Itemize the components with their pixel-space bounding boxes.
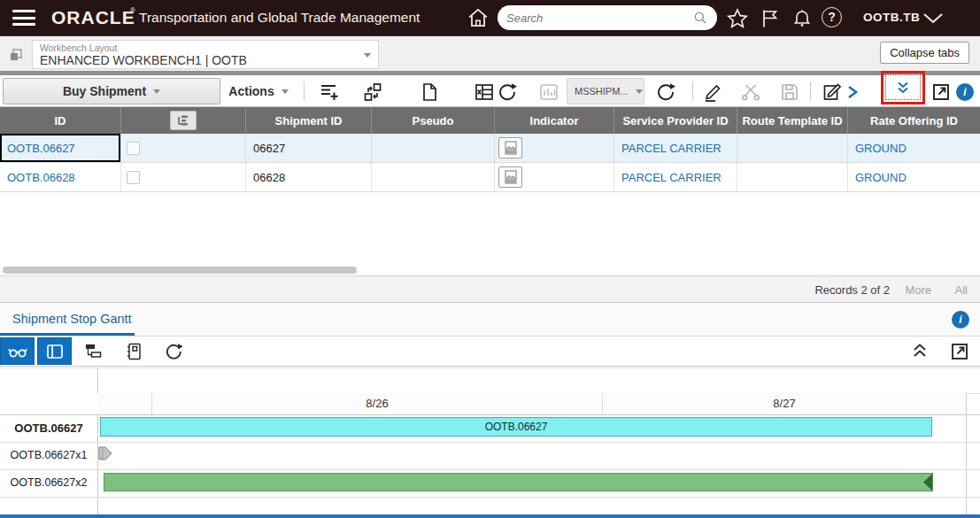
column-header-indicator[interactable]: Indicator xyxy=(495,107,614,134)
flag-icon[interactable] xyxy=(760,8,781,29)
indicator-document-icon[interactable] xyxy=(498,137,522,158)
horizontal-scrollbar-thumb[interactable] xyxy=(3,267,357,274)
help-icon[interactable]: ? xyxy=(822,7,842,27)
edit-in-window-icon[interactable] xyxy=(822,81,843,103)
gantt-open-in-new-window-icon[interactable] xyxy=(949,341,970,362)
app-window: ORACLE ® Transportation and Global Trade… xyxy=(0,0,980,518)
open-in-new-window-icon[interactable] xyxy=(930,81,952,103)
service-provider-link[interactable]: PARCEL CARRIER xyxy=(621,142,721,155)
rate-offering-link[interactable]: GROUND xyxy=(855,171,907,184)
cell-id-focused[interactable]: OOTB.06627 xyxy=(0,134,121,162)
gantt-date-cell-empty xyxy=(97,393,151,414)
notebook-icon[interactable] xyxy=(123,341,144,362)
user-menu[interactable]: OOTB.TB xyxy=(863,0,920,35)
gantt-row-separator xyxy=(0,469,980,470)
column-header-rate-offering-id[interactable]: Rate Offering ID xyxy=(848,107,980,134)
workbench-layout-label: Workbench Layout xyxy=(40,43,117,53)
hamburger-menu-icon[interactable] xyxy=(12,10,35,26)
column-header-pseudo[interactable]: Pseudo xyxy=(372,107,495,134)
collapse-panel-double-chevron-up-icon[interactable] xyxy=(912,341,928,362)
table-row: OOTB.06627 06627 PARCEL CARRIER GROUND xyxy=(0,134,980,163)
workbench-dropdown-caret-icon[interactable] xyxy=(364,53,371,58)
gantt-row-label: OOTB.06627x2 xyxy=(0,469,97,497)
cell-id[interactable]: OOTB.06628 xyxy=(0,163,121,191)
cell-pseudo xyxy=(372,163,495,191)
tab-shipment-stop-gantt[interactable]: Shipment Stop Gantt xyxy=(12,312,132,326)
cell-indicator xyxy=(495,134,614,162)
actions-caret-icon xyxy=(282,89,289,94)
cell-shipment-id: 06627 xyxy=(246,134,372,162)
saved-query-selector[interactable]: MSSHIPM... xyxy=(567,78,644,104)
workbench-restore-icon[interactable] xyxy=(9,48,23,62)
home-icon[interactable] xyxy=(467,6,490,29)
saved-query-caret-icon xyxy=(636,89,643,94)
panel-layout-button[interactable] xyxy=(37,337,72,365)
user-menu-chevron-down-icon[interactable] xyxy=(921,12,945,26)
refresh-icon[interactable] xyxy=(497,81,518,103)
gantt-right-boundary xyxy=(966,393,967,518)
gantt-row-separator xyxy=(0,497,980,498)
oracle-logo: ORACLE xyxy=(51,0,135,35)
document-icon[interactable] xyxy=(419,81,440,103)
window-bottom-edge xyxy=(0,514,980,518)
row-checkbox[interactable] xyxy=(127,171,140,184)
chart-icon[interactable] xyxy=(538,81,559,103)
top-navigation-bar: ORACLE ® Transportation and Global Trade… xyxy=(0,0,980,35)
global-search-box xyxy=(498,5,717,30)
records-count: Records 2 of 2 xyxy=(814,283,890,297)
gantt-refresh-icon[interactable] xyxy=(163,341,184,362)
row-checkbox[interactable] xyxy=(127,142,140,155)
cell-select xyxy=(121,163,246,191)
edit-pencil-icon[interactable] xyxy=(702,81,723,103)
service-provider-link[interactable]: PARCEL CARRIER xyxy=(621,171,721,184)
all-button[interactable]: All xyxy=(955,283,968,297)
column-header-shipment-id[interactable]: Shipment ID xyxy=(246,107,372,134)
more-button[interactable]: More xyxy=(905,283,931,297)
indicator-document-icon[interactable] xyxy=(498,166,522,188)
collapse-tabs-button[interactable]: Collapse tabs xyxy=(880,42,969,64)
gantt-hierarchy-icon[interactable] xyxy=(83,341,104,362)
notifications-bell-icon[interactable] xyxy=(791,7,813,28)
info-icon[interactable]: i xyxy=(956,83,974,101)
gantt-activity-bar[interactable] xyxy=(104,473,933,491)
gantt-info-icon[interactable]: i xyxy=(952,311,969,329)
records-bar: Records 2 of 2 More All xyxy=(0,275,980,302)
actions-button[interactable]: Actions xyxy=(223,78,294,104)
add-to-list-icon[interactable] xyxy=(319,81,340,103)
shipments-table: ID Shipment ID Pseudo Indicator Service … xyxy=(0,107,980,192)
show-more-double-chevron-button[interactable] xyxy=(885,74,921,100)
gantt-shipment-bar[interactable]: OOTB.06627 xyxy=(100,417,932,437)
cell-shipment-id: 06628 xyxy=(246,163,372,191)
table-row: OOTB.06628 06628 PARCEL CARRIER GROUND xyxy=(0,163,980,192)
legend-glasses-button[interactable] xyxy=(0,337,35,365)
saved-query-label: MSSHIPM... xyxy=(575,86,629,97)
save-icon[interactable] xyxy=(779,81,800,103)
search-icon[interactable] xyxy=(692,10,708,26)
gantt-stop-marker-icon[interactable] xyxy=(98,445,113,461)
cell-route-template xyxy=(737,134,848,162)
column-header-id[interactable]: ID xyxy=(0,107,121,134)
search-input[interactable] xyxy=(506,12,692,25)
gantt-row-separator xyxy=(0,442,980,443)
workbench-layout-selector[interactable]: Workbench Layout ENHANCED WORKBENCH1 | O… xyxy=(32,40,379,69)
reassign-icon[interactable] xyxy=(362,81,383,103)
shipment-id-link[interactable]: OOTB.06627 xyxy=(7,142,75,155)
shipment-id-link[interactable]: OOTB.06628 xyxy=(7,171,75,184)
gantt-toolbar xyxy=(0,336,980,367)
cell-service-provider: PARCEL CARRIER xyxy=(614,163,737,191)
table-header-row: ID Shipment ID Pseudo Indicator Service … xyxy=(0,107,980,134)
view-selector-button[interactable]: Buy Shipment xyxy=(3,78,220,104)
rate-offering-link[interactable]: GROUND xyxy=(855,142,907,155)
shipment-toolbar: Buy Shipment Actions MSSHIPM... xyxy=(0,75,980,107)
export-table-icon[interactable] xyxy=(474,81,495,103)
hierarchy-list-button[interactable] xyxy=(170,111,197,130)
expand-right-chevron-icon[interactable] xyxy=(845,81,860,103)
unassign-scissors-icon[interactable] xyxy=(740,81,761,103)
column-header-hierarchy[interactable] xyxy=(121,107,246,134)
refresh-query-icon[interactable] xyxy=(655,81,676,103)
gantt-date-label: 8/26 xyxy=(151,393,602,414)
cell-select xyxy=(121,134,246,162)
favorites-star-icon[interactable] xyxy=(726,7,749,30)
column-header-service-provider-id[interactable]: Service Provider ID xyxy=(614,107,737,134)
column-header-route-template-id[interactable]: Route Template ID xyxy=(737,107,848,134)
